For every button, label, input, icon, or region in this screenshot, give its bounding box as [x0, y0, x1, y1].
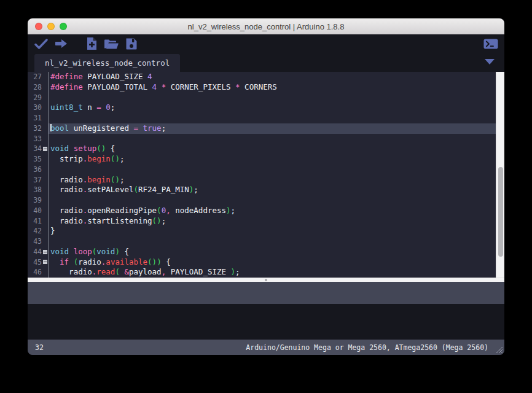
gutter: 30 [28, 103, 49, 113]
fold-slot [42, 175, 48, 185]
close-button[interactable] [35, 23, 42, 30]
code-line[interactable]: 33 [28, 134, 496, 144]
fold-slot [42, 154, 48, 165]
open-button[interactable] [104, 36, 119, 51]
code-line[interactable]: 27#define PAYLOAD_SIZE 4 [28, 72, 496, 82]
gutter: 29 [28, 93, 49, 103]
fold-marker-icon[interactable] [43, 250, 47, 254]
tab-list-dropdown-icon[interactable] [485, 59, 495, 64]
line-number: 35 [33, 154, 42, 165]
gutter: 31 [28, 113, 49, 123]
line-number: 31 [33, 113, 42, 123]
fold-slot [42, 216, 48, 227]
gutter: 36 [28, 165, 49, 175]
line-number: 45 [33, 257, 42, 268]
status-board-info: Arduino/Genuino Mega or Mega 2560, ATmeg… [246, 343, 497, 352]
gutter: 27 [28, 72, 49, 82]
tab-active[interactable]: nl_v2_wireless_node_control [34, 54, 180, 72]
gutter: 42 [28, 226, 49, 236]
code-line[interactable]: 32bool unRegistered = true; [28, 123, 496, 134]
gutter: 44 [28, 247, 49, 257]
fold-marker-icon[interactable] [43, 147, 47, 151]
fold-slot [42, 165, 48, 175]
code-line[interactable]: 40 radio.openReadingPipe(0, nodeAddress)… [28, 206, 496, 216]
code-line[interactable]: 29 [28, 93, 496, 103]
code-text: uint8_t n = 0; [49, 103, 496, 113]
line-number: 29 [33, 93, 42, 103]
code-text [49, 236, 496, 247]
code-text: if (radio.available()) { [49, 257, 496, 268]
fold-marker-icon[interactable] [43, 260, 47, 264]
code-text [49, 195, 496, 206]
line-number: 46 [33, 267, 42, 278]
gutter: 39 [28, 195, 49, 206]
horizontal-scrollbar[interactable] [28, 278, 504, 282]
message-area [28, 282, 504, 304]
fold-slot [42, 123, 48, 134]
gutter: 28 [28, 82, 49, 93]
fold-slot [42, 93, 48, 103]
fold-slot [42, 247, 48, 257]
code-line[interactable]: 46 radio.read( &payload, PAYLOAD_SIZE ); [28, 267, 496, 278]
code-text: radio.read( &payload, PAYLOAD_SIZE ); [49, 267, 496, 278]
gutter: 32 [28, 123, 49, 134]
window-title: nl_v2_wireless_node_control | Arduino 1.… [28, 22, 504, 31]
code-line[interactable]: 41 radio.startListening(); [28, 216, 496, 227]
splitter-grip-icon[interactable] [265, 279, 267, 281]
line-number: 43 [33, 236, 42, 247]
code-line[interactable]: 44void loop(void) { [28, 247, 496, 257]
minimize-button[interactable] [47, 23, 55, 30]
code-line[interactable]: 30uint8_t n = 0; [28, 103, 496, 113]
resize-grip-icon[interactable] [495, 346, 503, 354]
new-sketch-button[interactable] [84, 36, 99, 51]
code-text: strip.begin(); [49, 154, 496, 165]
fold-slot [42, 144, 48, 154]
fold-slot [42, 82, 48, 93]
fold-slot [42, 103, 48, 113]
line-number: 38 [33, 185, 42, 195]
line-number: 41 [33, 216, 42, 227]
code-line[interactable]: 45 if (radio.available()) { [28, 257, 496, 268]
line-number: 33 [33, 134, 42, 144]
code-text: radio.openReadingPipe(0, nodeAddress); [49, 206, 496, 216]
code-line[interactable]: 39 [28, 195, 496, 206]
code-text: } [49, 226, 496, 236]
upload-button[interactable] [53, 36, 68, 51]
titlebar: nl_v2_wireless_node_control | Arduino 1.… [28, 18, 504, 34]
code-line[interactable]: 35 strip.begin(); [28, 154, 496, 165]
line-number: 30 [33, 103, 42, 113]
arrow-right-icon [55, 39, 68, 49]
code-line[interactable]: 38 radio.setPALevel(RF24_PA_MIN); [28, 185, 496, 195]
fold-slot [42, 226, 48, 236]
line-number: 37 [33, 175, 42, 185]
gutter: 38 [28, 185, 49, 195]
code-line[interactable]: 43 [28, 236, 496, 247]
gutter: 41 [28, 216, 49, 227]
line-number: 27 [33, 72, 42, 82]
code-line[interactable]: 42} [28, 226, 496, 236]
code-text: radio.startListening(); [49, 216, 496, 227]
vertical-scrollbar-thumb[interactable] [498, 167, 503, 257]
save-button[interactable] [123, 36, 138, 51]
fold-slot [42, 134, 48, 144]
code-editor[interactable]: 27#define PAYLOAD_SIZE 428#define PAYLOA… [28, 72, 504, 278]
zoom-button[interactable] [60, 23, 67, 30]
gutter: 35 [28, 154, 49, 165]
line-number: 34 [33, 144, 42, 154]
code-line[interactable]: 36 [28, 165, 496, 175]
code-text [49, 93, 496, 103]
line-number: 42 [33, 226, 42, 236]
code-line[interactable]: 31 [28, 113, 496, 123]
code-line[interactable]: 37 radio.begin(); [28, 175, 496, 185]
terminal-icon [483, 38, 498, 50]
serial-monitor-button[interactable] [483, 36, 498, 51]
code-text: void setup() { [49, 144, 496, 154]
code-text [49, 134, 496, 144]
verify-button[interactable] [34, 36, 49, 51]
code-line[interactable]: 28#define PAYLOAD_TOTAL 4 * CORNER_PIXEL… [28, 82, 496, 93]
code-text: void loop(void) { [49, 247, 496, 257]
console-output [28, 304, 504, 340]
fold-slot [42, 267, 48, 278]
code-line[interactable]: 34void setup() { [28, 144, 496, 154]
code-text [49, 165, 496, 175]
